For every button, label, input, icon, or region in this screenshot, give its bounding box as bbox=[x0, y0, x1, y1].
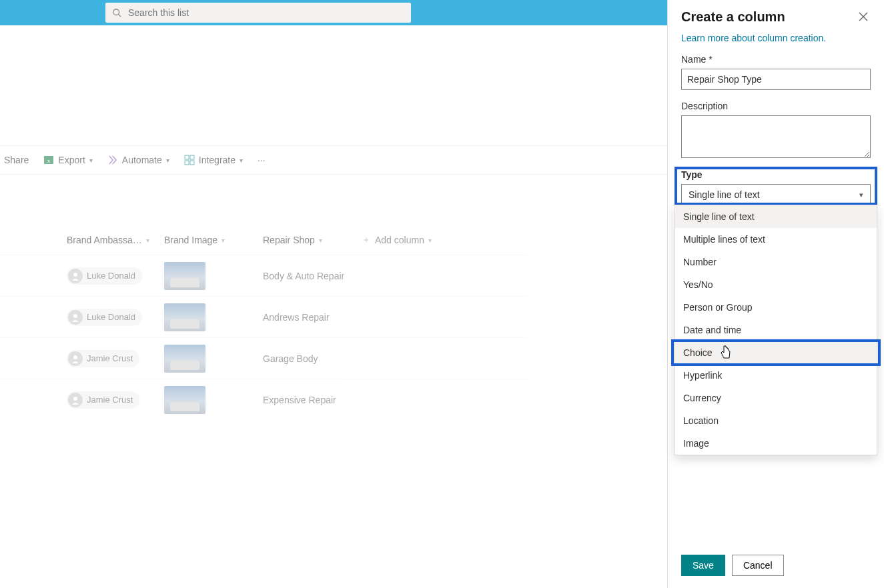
type-option[interactable]: Number bbox=[675, 251, 877, 273]
avatar-icon bbox=[68, 393, 83, 407]
person-chip[interactable]: Jamie Crust bbox=[67, 350, 139, 367]
integrate-icon bbox=[184, 155, 195, 165]
create-column-pane: Create a column Learn more about column … bbox=[667, 0, 884, 588]
type-option[interactable]: Hyperlink bbox=[675, 364, 877, 387]
integrate-button[interactable]: Integrate ▾ bbox=[184, 155, 243, 165]
column-header-label: Brand Ambassa… bbox=[67, 235, 142, 245]
chevron-down-icon: ▾ bbox=[859, 191, 863, 199]
person-chip[interactable]: Jamie Crust bbox=[67, 391, 139, 409]
export-label: Export bbox=[58, 155, 85, 165]
search-box[interactable] bbox=[105, 3, 411, 23]
description-input[interactable] bbox=[681, 115, 871, 158]
avatar-icon bbox=[68, 269, 83, 283]
person-chip[interactable]: Luke Donald bbox=[67, 267, 142, 285]
type-select[interactable]: Single line of text ▾ bbox=[681, 184, 871, 205]
automate-label: Automate bbox=[122, 155, 162, 165]
close-button[interactable] bbox=[856, 9, 871, 26]
name-label: Name * bbox=[681, 54, 871, 65]
type-option[interactable]: Location bbox=[675, 409, 877, 432]
chevron-down-icon: ▾ bbox=[240, 157, 243, 164]
column-header-label: Brand Image bbox=[164, 235, 217, 245]
svg-point-10 bbox=[73, 355, 77, 359]
svg-point-9 bbox=[73, 314, 77, 318]
avatar-icon bbox=[68, 351, 83, 366]
type-option[interactable]: Image bbox=[675, 432, 877, 455]
avatar-icon bbox=[68, 310, 83, 325]
add-column-label: Add column bbox=[375, 235, 424, 245]
name-input[interactable] bbox=[681, 69, 871, 90]
svg-line-1 bbox=[119, 15, 121, 17]
search-icon bbox=[112, 8, 121, 17]
description-label: Description bbox=[681, 101, 871, 111]
search-input[interactable] bbox=[128, 7, 404, 18]
type-option[interactable]: Choice bbox=[675, 341, 877, 364]
chevron-down-icon: ▾ bbox=[222, 237, 225, 244]
repair-shop-value: Andrews Repair bbox=[263, 312, 362, 323]
automate-button[interactable]: Automate ▾ bbox=[107, 155, 169, 165]
person-name: Luke Donald bbox=[87, 312, 135, 322]
export-button[interactable]: x Export ▾ bbox=[43, 155, 92, 165]
type-label: Type bbox=[681, 169, 871, 180]
chevron-down-icon: ▾ bbox=[319, 237, 322, 244]
list-grid: Brand Ambassa… ▾ Brand Image ▾ Repair Sh… bbox=[0, 225, 527, 420]
list-header: Brand Ambassa… ▾ Brand Image ▾ Repair Sh… bbox=[0, 225, 527, 255]
type-option[interactable]: Date and time bbox=[675, 319, 877, 341]
brand-image-thumb[interactable] bbox=[164, 303, 205, 331]
plus-icon: ＋ bbox=[362, 234, 371, 246]
brand-image-thumb[interactable] bbox=[164, 262, 205, 290]
integrate-label: Integrate bbox=[199, 155, 236, 165]
chevron-down-icon: ▾ bbox=[89, 157, 93, 164]
repair-shop-value: Body & Auto Repair bbox=[263, 271, 362, 281]
svg-rect-4 bbox=[185, 155, 189, 159]
chevron-down-icon: ▾ bbox=[166, 157, 169, 164]
chevron-down-icon: ▾ bbox=[428, 237, 432, 244]
svg-point-8 bbox=[73, 273, 77, 277]
type-option[interactable]: Single line of text bbox=[675, 205, 877, 228]
automate-icon bbox=[107, 155, 118, 165]
pane-title: Create a column bbox=[681, 9, 785, 25]
person-name: Luke Donald bbox=[87, 271, 135, 281]
table-row[interactable]: Luke DonaldAndrews Repair bbox=[0, 296, 527, 337]
type-option[interactable]: Person or Group bbox=[675, 296, 877, 319]
excel-icon: x bbox=[43, 155, 54, 165]
add-column-button[interactable]: ＋ Add column ▾ bbox=[362, 234, 432, 246]
column-header-label: Repair Shop bbox=[263, 235, 315, 245]
cursor-icon bbox=[721, 345, 731, 359]
repair-shop-value: Garage Body bbox=[263, 353, 362, 364]
svg-rect-6 bbox=[185, 161, 189, 165]
type-option[interactable]: Currency bbox=[675, 387, 877, 409]
highlight-box bbox=[671, 339, 881, 366]
type-option[interactable]: Multiple lines of text bbox=[675, 228, 877, 251]
svg-rect-5 bbox=[190, 155, 194, 159]
svg-point-11 bbox=[73, 397, 77, 401]
learn-more-link[interactable]: Learn more about column creation. bbox=[681, 33, 871, 43]
svg-point-0 bbox=[113, 9, 119, 15]
svg-rect-2 bbox=[44, 156, 53, 164]
column-header-shop[interactable]: Repair Shop ▾ bbox=[263, 235, 362, 245]
more-button[interactable]: ··· bbox=[258, 155, 266, 165]
chevron-down-icon: ▾ bbox=[146, 237, 149, 244]
share-button[interactable]: Share bbox=[4, 155, 29, 165]
svg-text:x: x bbox=[47, 157, 51, 164]
repair-shop-value: Expensive Repair bbox=[263, 395, 362, 405]
column-header-ambassador[interactable]: Brand Ambassa… ▾ bbox=[67, 235, 164, 245]
type-dropdown[interactable]: Single line of textMultiple lines of tex… bbox=[675, 205, 877, 455]
type-option[interactable]: Yes/No bbox=[675, 273, 877, 296]
table-row[interactable]: Luke DonaldBody & Auto Repair bbox=[0, 255, 527, 296]
close-icon bbox=[859, 12, 868, 21]
cancel-button[interactable]: Cancel bbox=[732, 555, 784, 576]
person-name: Jamie Crust bbox=[87, 395, 133, 405]
column-header-image[interactable]: Brand Image ▾ bbox=[164, 235, 263, 245]
table-row[interactable]: Jamie CrustExpensive Repair bbox=[0, 379, 527, 420]
brand-image-thumb[interactable] bbox=[164, 345, 205, 373]
person-name: Jamie Crust bbox=[87, 353, 133, 363]
pane-footer: Save Cancel bbox=[681, 547, 871, 588]
type-selected-value: Single line of text bbox=[689, 189, 760, 200]
svg-rect-7 bbox=[190, 161, 194, 165]
person-chip[interactable]: Luke Donald bbox=[67, 309, 142, 326]
table-row[interactable]: Jamie CrustGarage Body bbox=[0, 337, 527, 379]
save-button[interactable]: Save bbox=[681, 555, 725, 576]
brand-image-thumb[interactable] bbox=[164, 386, 205, 414]
